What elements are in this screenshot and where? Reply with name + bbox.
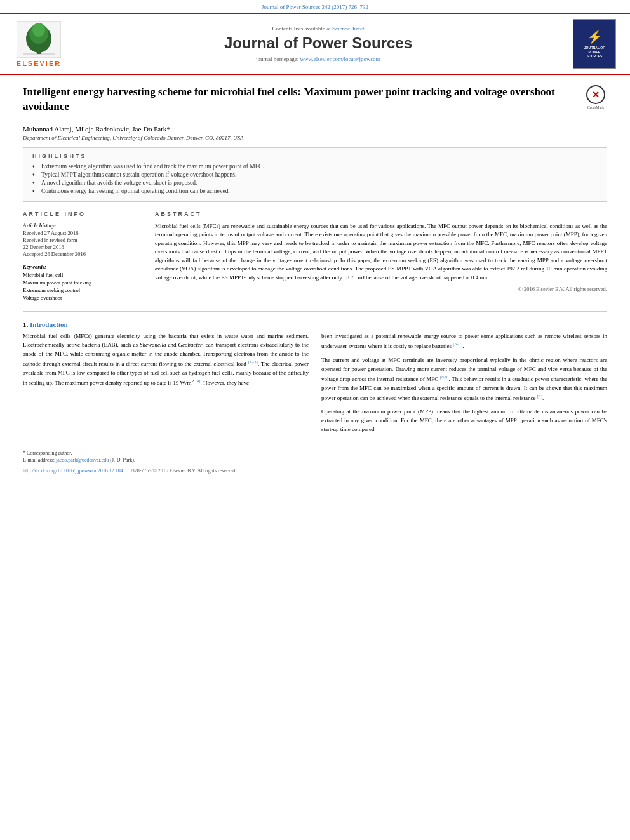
- copyright-line: © 2016 Elsevier B.V. All rights reserved…: [155, 286, 607, 292]
- highlight-item-4: Continuous energy harvesting in optimal …: [32, 188, 598, 194]
- keywords-section: Keywords: Microbial fuel cell Maximum po…: [23, 263, 144, 301]
- svg-point-4: [32, 23, 45, 37]
- keyword-3: Extremum seeking control: [23, 287, 144, 293]
- elsevier-label: ELSEVIER: [17, 60, 61, 67]
- elsevier-logo-box: ELSEVIER: [10, 21, 67, 67]
- intro-text-right-3: Operating at the maximum power point (MP…: [321, 408, 607, 434]
- doi-bar: http://dx.doi.org/10.1016/j.jpowsour.201…: [23, 468, 607, 474]
- body-two-col: Microbial fuel cells (MFCs) generate ele…: [23, 332, 607, 439]
- page: Journal of Power Sources 342 (2017) 726–…: [0, 0, 630, 840]
- authors: Muhannad Alaraj, Miloje Radenkovic, Jae-…: [23, 125, 607, 133]
- highlights-list: Extremum seeking algorithm was used to f…: [32, 163, 598, 194]
- keywords-title: Keywords:: [23, 263, 144, 270]
- article-info-abstract: ARTICLE INFO Article history: Received 2…: [23, 211, 607, 312]
- article-info-heading: ARTICLE INFO: [23, 211, 144, 217]
- footnote-email: E-mail address: jaedo.park@ucdenver.edu …: [23, 457, 607, 463]
- history-received: Received 27 August 2016: [23, 230, 144, 236]
- doi-rights: 0378-7753/© 2016 Elsevier B.V. All right…: [130, 468, 236, 474]
- highlight-item-2: Typical MPPT algorithms cannot sustain o…: [32, 171, 598, 178]
- highlights-section: HIGHLIGHTS Extremum seeking algorithm wa…: [23, 147, 607, 202]
- journal-header: ELSEVIER Contents lists available at Sci…: [0, 13, 630, 75]
- highlight-item-3: A novel algorithm that avoids the voltag…: [32, 180, 598, 186]
- history-revised-date: 22 December 2016: [23, 244, 144, 250]
- abstract-text: Microbial fuel cells (MFCs) are renewabl…: [155, 222, 607, 283]
- article-title: Intelligent energy harvesting scheme for…: [23, 85, 584, 114]
- section-heading: 1. Introduction: [23, 321, 607, 328]
- article-info-col: ARTICLE INFO Article history: Received 2…: [23, 211, 144, 302]
- body-col-left: Microbial fuel cells (MFCs) generate ele…: [23, 332, 309, 439]
- abstract-col: ABSTRACT Microbial fuel cells (MFCs) are…: [155, 211, 607, 302]
- journal-title-main: Journal of Power Sources: [74, 34, 563, 52]
- elsevier-tree-icon: [17, 21, 61, 58]
- science-direct-link: Contents lists available at ScienceDirec…: [74, 25, 563, 32]
- abstract-heading: ABSTRACT: [155, 211, 607, 217]
- affiliation: Department of Electrical Engineering, Un…: [23, 135, 607, 141]
- journal-homepage: journal homepage: www.elsevier.com/locat…: [74, 56, 563, 62]
- footnote-corresponding: * Corresponding author.: [23, 450, 607, 456]
- footnote-area: * Corresponding author. E-mail address: …: [23, 446, 607, 474]
- journal-center: Contents lists available at ScienceDirec…: [74, 25, 563, 62]
- crossmark-icon: ✕: [586, 85, 605, 104]
- doi-link[interactable]: http://dx.doi.org/10.1016/j.jpowsour.201…: [23, 468, 123, 474]
- journal-ref: Journal of Power Sources 342 (2017) 726–…: [262, 4, 368, 10]
- section-number: 1.: [23, 321, 28, 328]
- highlight-item-1: Extremum seeking algorithm was used to f…: [32, 163, 598, 170]
- intro-text-left: Microbial fuel cells (MFCs) generate ele…: [23, 332, 309, 388]
- bolt-icon: ⚡: [587, 29, 603, 44]
- science-direct-text[interactable]: ScienceDirect: [332, 25, 364, 32]
- section-title: Introduction: [30, 321, 68, 328]
- intro-text-right-1: been investigated as a potential renewab…: [321, 332, 607, 351]
- top-ref-bar: Journal of Power Sources 342 (2017) 726–…: [0, 0, 630, 13]
- journal-homepage-link[interactable]: www.elsevier.com/locate/jpowsour: [300, 56, 380, 62]
- history-revised-label: Received in revised form: [23, 237, 144, 243]
- power-sources-logo: ⚡ JOURNAL OFPOWERSOURCES: [573, 19, 616, 69]
- crossmark-label: CrossMark: [587, 105, 605, 109]
- article-title-section: Intelligent energy harvesting scheme for…: [23, 85, 607, 121]
- keyword-1: Microbial fuel cell: [23, 272, 144, 278]
- history-title: Article history:: [23, 222, 144, 229]
- keyword-4: Voltage overshoot: [23, 295, 144, 301]
- introduction-section: 1. Introduction Microbial fuel cells (MF…: [23, 321, 607, 439]
- body-col-right: been investigated as a potential renewab…: [321, 332, 607, 439]
- article-history: Article history: Received 27 August 2016…: [23, 222, 144, 257]
- main-content: Intelligent energy harvesting scheme for…: [0, 75, 630, 484]
- history-accepted: Accepted 26 December 2016: [23, 251, 144, 257]
- highlights-heading: HIGHLIGHTS: [32, 153, 598, 159]
- keyword-2: Maximum power point tracking: [23, 279, 144, 286]
- crossmark-logo: ✕ CrossMark: [584, 85, 607, 109]
- email-link[interactable]: jaedo.park@ucdenver.edu: [56, 457, 109, 463]
- intro-text-right-2: The current and voltage at MFC terminals…: [321, 356, 607, 403]
- journal-logo-box: ⚡ JOURNAL OFPOWERSOURCES: [569, 19, 620, 69]
